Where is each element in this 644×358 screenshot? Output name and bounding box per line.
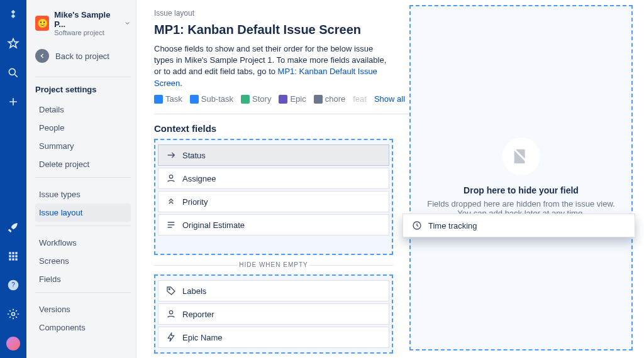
page-description: Choose fields to show and set their orde… [154,43,393,89]
project-sidebar: 🙂 Mike's Sample P... Software project Ba… [26,0,136,358]
back-icon [35,49,49,63]
global-nav: ? [0,0,26,358]
svg-point-12 [12,313,15,316]
avatar[interactable] [6,337,20,350]
sidebar-item-components[interactable]: Components [35,318,131,337]
sidebar-item-issue-types[interactable]: Issue types [35,185,131,203]
field-icon [166,332,176,342]
field-original-estimate[interactable]: Original Estimate [158,214,389,236]
field-icon [166,173,176,183]
hidden-field-icon [502,138,540,175]
context-dropzone-bottom[interactable]: LabelsReporterEpic Name [154,274,393,354]
sidebar-item-summary[interactable]: Summary [35,137,131,155]
jira-logo-icon[interactable] [7,9,19,24]
project-icon: 🙂 [35,16,49,31]
context-fields-title: Context fields [154,123,216,134]
field-labels[interactable]: Labels [158,280,389,301]
svg-point-14 [169,289,170,290]
hide-field-dropzone[interactable]: Drop here to hide your field Fields drop… [409,5,633,350]
rocket-icon[interactable] [7,221,19,236]
svg-rect-9 [15,258,17,260]
field-priority[interactable]: Priority [158,191,389,212]
plus-icon[interactable] [7,95,19,111]
svg-rect-7 [9,258,11,260]
field-icon [166,150,176,160]
context-dropzone-top[interactable]: StatusAssigneePriorityOriginal Estimate [154,139,393,255]
dragging-field-card[interactable]: Time tracking [402,214,635,237]
sidebar-item-people[interactable]: People [35,119,131,137]
sidebar-item-fields[interactable]: Fields [35,270,131,288]
sidebar-item-delete-project[interactable]: Delete project [35,155,131,173]
project-type: Software project [54,29,119,36]
issue-type-faded: feat [353,94,367,104]
back-link[interactable]: Back to project [35,45,131,67]
main-content: Issue layout MP1: Kanban Default Issue S… [136,0,644,358]
sidebar-item-workflows[interactable]: Workflows [35,234,131,252]
sidebar-item-details[interactable]: Details [35,100,131,119]
field-assignee[interactable]: Assignee [158,168,389,189]
field-status[interactable]: Status [158,144,389,166]
field-icon [166,286,176,296]
field-icon [166,309,176,319]
field-icon [166,220,176,230]
svg-rect-1 [9,252,11,254]
svg-rect-6 [15,255,17,257]
issue-type-epic: Epic [279,94,306,104]
section-title: Project settings [35,85,131,94]
svg-rect-4 [9,255,11,257]
svg-text:?: ? [11,281,15,288]
gear-icon[interactable] [7,308,19,323]
field-reporter[interactable]: Reporter [158,303,389,325]
project-switcher[interactable]: 🙂 Mike's Sample P... Software project [35,10,131,36]
issue-type-story: Story [241,94,271,104]
svg-point-15 [169,311,172,314]
issue-type-chore: chore [314,94,346,104]
svg-rect-5 [12,255,14,257]
svg-point-0 [9,68,15,75]
field-icon [166,197,176,207]
issue-type-sub-task: Sub-task [190,94,233,104]
chevron-down-icon [124,19,131,27]
field-epic-name[interactable]: Epic Name [158,327,389,348]
show-all-link[interactable]: Show all [374,94,405,104]
back-label: Back to project [55,52,109,61]
svg-point-13 [169,175,172,178]
project-name: Mike's Sample P... [54,10,119,29]
dragging-field-label: Time tracking [428,221,477,231]
sidebar-item-screens[interactable]: Screens [35,252,131,270]
sidebar-item-versions[interactable]: Versions [35,300,131,318]
svg-rect-2 [12,252,14,254]
svg-rect-8 [12,258,14,260]
sidebar-item-issue-layout[interactable]: Issue layout [35,203,131,222]
apps-icon[interactable] [7,250,19,265]
clock-icon [412,220,422,231]
dropzone-title: Drop here to hide your field [464,185,579,195]
star-icon[interactable] [7,38,19,53]
search-icon[interactable] [7,67,19,82]
hide-when-empty-divider: HIDE WHEN EMPTY [154,261,393,268]
issue-type-task: Task [154,94,182,104]
svg-rect-3 [15,252,17,254]
help-icon[interactable]: ? [7,279,19,294]
